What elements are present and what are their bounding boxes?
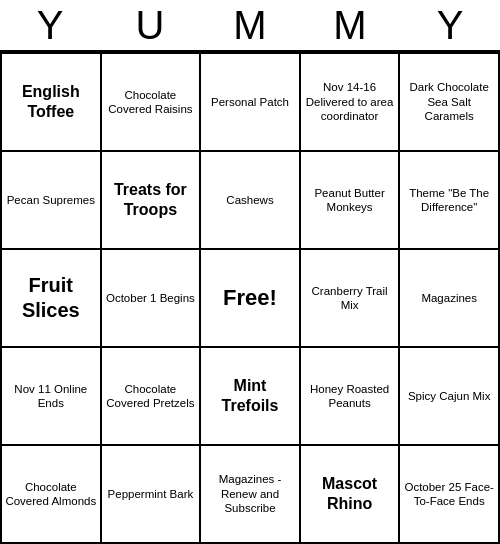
cell-1-4: Theme "Be The Difference" — [400, 152, 500, 250]
title-letter: M — [300, 3, 400, 48]
bingo-grid: English ToffeeChocolate Covered RaisinsP… — [0, 52, 500, 544]
cell-1-0: Pecan Supremes — [2, 152, 102, 250]
title-letter: M — [200, 3, 300, 48]
cell-1-2: Cashews — [201, 152, 301, 250]
cell-3-1: Chocolate Covered Pretzels — [102, 348, 202, 446]
cell-2-0: Fruit Slices — [2, 250, 102, 348]
cell-3-0: Nov 11 Online Ends — [2, 348, 102, 446]
cell-2-4: Magazines — [400, 250, 500, 348]
cell-0-3: Nov 14-16 Delivered to area coordinator — [301, 54, 401, 152]
cell-4-1: Peppermint Bark — [102, 446, 202, 544]
cell-4-2: Magazines - Renew and Subscribe — [201, 446, 301, 544]
title-row: YUMMY — [0, 0, 500, 52]
title-letter: U — [100, 3, 200, 48]
cell-0-0: English Toffee — [2, 54, 102, 152]
cell-4-3: Mascot Rhino — [301, 446, 401, 544]
cell-0-2: Personal Patch — [201, 54, 301, 152]
title-letter: Y — [400, 3, 500, 48]
cell-1-1: Treats for Troops — [102, 152, 202, 250]
cell-0-4: Dark Chocolate Sea Salt Caramels — [400, 54, 500, 152]
cell-4-4: October 25 Face-To-Face Ends — [400, 446, 500, 544]
cell-4-0: Chocolate Covered Almonds — [2, 446, 102, 544]
cell-2-1: October 1 Begins — [102, 250, 202, 348]
cell-0-1: Chocolate Covered Raisins — [102, 54, 202, 152]
cell-1-3: Peanut Butter Monkeys — [301, 152, 401, 250]
cell-3-3: Honey Roasted Peanuts — [301, 348, 401, 446]
cell-2-3: Cranberry Trail Mix — [301, 250, 401, 348]
title-letter: Y — [0, 3, 100, 48]
cell-3-4: Spicy Cajun Mix — [400, 348, 500, 446]
cell-2-2: Free! — [201, 250, 301, 348]
cell-3-2: Mint Trefoils — [201, 348, 301, 446]
